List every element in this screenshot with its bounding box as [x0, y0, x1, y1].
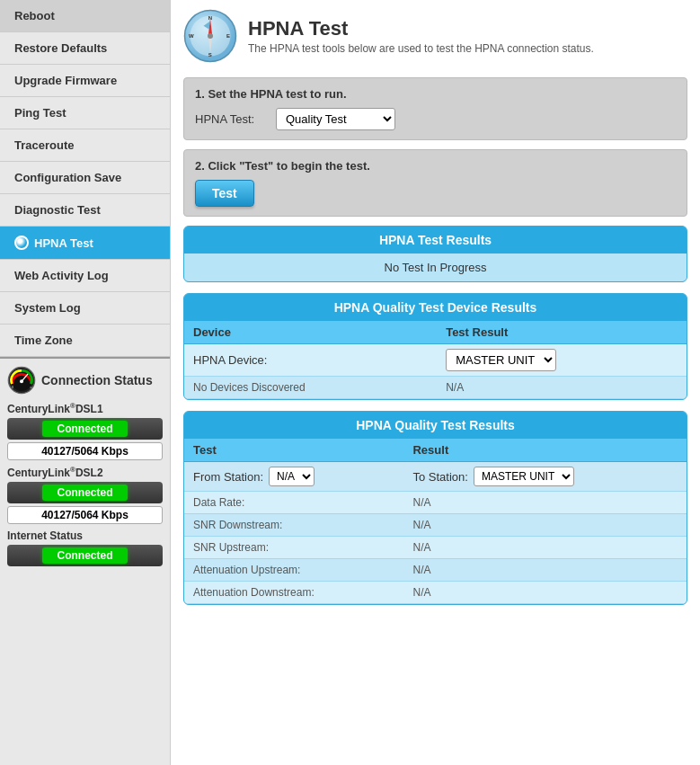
dsl1-status: Connected	[7, 418, 163, 440]
col-device: Device	[184, 321, 437, 344]
speedometer-icon: 0 ∞	[7, 366, 36, 395]
quality-row-label: Attenuation Upstream:	[184, 559, 403, 582]
from-station-select[interactable]: N/A	[269, 467, 315, 486]
active-dot-icon	[14, 236, 29, 250]
quality-row-label: Attenuation Downstream:	[184, 582, 403, 604]
no-devices-row: No Devices Discovered N/A	[184, 377, 687, 399]
to-station-cell: To Station: MASTER UNIT	[403, 462, 687, 492]
sidebar-item-label: Time Zone	[14, 334, 73, 347]
internet-label: Internet Status	[7, 529, 163, 542]
test-results-panel: HPNA Test Results No Test In Progress	[183, 226, 687, 282]
connection-status-title: Connection Status	[41, 373, 153, 388]
no-devices-result: N/A	[437, 377, 687, 399]
sidebar-item-hpna-test[interactable]: HPNA Test	[0, 227, 170, 260]
svg-text:E: E	[226, 33, 230, 39]
quality-result-row: SNR Upstream:N/A	[184, 537, 687, 559]
sidebar-item-configuration-save[interactable]: Configuration Save	[0, 162, 170, 194]
quality-row-value: N/A	[403, 582, 687, 604]
page-description: The HPNA test tools below are used to te…	[248, 42, 594, 55]
device-results-header: HPNA Quality Test Device Results	[184, 294, 687, 321]
sidebar-item-label: Diagnostic Test	[14, 203, 101, 217]
sidebar-item-label: HPNA Test	[34, 236, 93, 250]
svg-point-15	[208, 33, 213, 39]
dsl1-speed: 40127/5064 Kbps	[7, 442, 163, 460]
sidebar-item-ping-test[interactable]: Ping Test	[0, 97, 170, 129]
test-results-header: HPNA Test Results	[184, 227, 687, 254]
sidebar-item-label: Traceroute	[14, 138, 74, 152]
section1-box: 1. Set the HPNA test to run. HPNA Test: …	[183, 77, 687, 140]
from-station-label: From Station:	[193, 470, 263, 484]
device-results-panel: HPNA Quality Test Device Results Device …	[183, 293, 687, 400]
col-result: Result	[403, 439, 687, 462]
svg-text:W: W	[189, 33, 194, 39]
quality-result-row: Data Rate:N/A	[184, 492, 687, 514]
to-station-controls: To Station: MASTER UNIT	[412, 467, 678, 486]
quality-result-row: Attenuation Upstream:N/A	[184, 559, 687, 582]
dsl2-label: CenturyLink®DSL2	[7, 466, 163, 479]
sidebar-item-label: Ping Test	[14, 106, 66, 120]
internet-status: Connected	[7, 545, 163, 566]
section1-heading: 1. Set the HPNA test to run.	[195, 87, 676, 101]
sidebar: RebootRestore DefaultsUpgrade FirmwarePi…	[0, 0, 171, 765]
station-row: From Station: N/A To Station: MASTER UNI…	[184, 462, 687, 492]
main-content: N S E W HPNA Test The HPNA test tools be…	[171, 0, 700, 765]
sidebar-item-restore-defaults[interactable]: Restore Defaults	[0, 32, 170, 65]
device-results-body: Device Test Result HPNA Device: MASTER U…	[184, 321, 687, 399]
dsl2-status: Connected	[7, 482, 163, 503]
dsl2-speed: 40127/5064 Kbps	[7, 506, 163, 524]
quality-row-value: N/A	[403, 514, 687, 537]
sidebar-item-label: Web Activity Log	[14, 269, 109, 282]
dsl1-label: CenturyLink®DSL1	[7, 402, 163, 415]
quality-row-label: SNR Downstream:	[184, 514, 403, 537]
no-test-label: No Test In Progress	[184, 254, 687, 281]
device-select-row: HPNA Device: MASTER UNITDEVICE 2DEVICE 3	[184, 344, 687, 377]
page-title: HPNA Test	[248, 17, 594, 40]
svg-text:S: S	[208, 52, 212, 58]
page-header-text: HPNA Test The HPNA test tools below are …	[248, 17, 594, 55]
quality-row-label: Data Rate:	[184, 492, 403, 514]
quality-row-value: N/A	[403, 559, 687, 582]
hpna-test-label: HPNA Test:	[195, 112, 267, 126]
quality-row-label: SNR Upstream:	[184, 537, 403, 559]
sidebar-item-reboot[interactable]: Reboot	[0, 0, 170, 32]
quality-results-header: HPNA Quality Test Results	[184, 412, 687, 439]
page-header: N S E W HPNA Test The HPNA test tools be…	[183, 9, 687, 63]
col-test-result: Test Result	[437, 321, 687, 344]
quality-results-table: Test Result From Station: N/A	[184, 439, 687, 604]
col-test: Test	[184, 439, 403, 462]
sidebar-item-traceroute[interactable]: Traceroute	[0, 129, 170, 162]
device-table-header-row: Device Test Result	[184, 321, 687, 344]
svg-text:0: 0	[12, 386, 13, 389]
sidebar-item-diagnostic-test[interactable]: Diagnostic Test	[0, 194, 170, 227]
connection-status-panel: 0 ∞ Connection Status CenturyLink®DSL1 C…	[0, 357, 170, 580]
sidebar-item-label: Upgrade Firmware	[14, 74, 117, 87]
to-station-select[interactable]: MASTER UNIT	[474, 467, 574, 486]
sidebar-item-label: Restore Defaults	[14, 41, 107, 55]
from-station-cell: From Station: N/A	[184, 462, 403, 492]
quality-table-header-row: Test Result	[184, 439, 687, 462]
no-devices-label: No Devices Discovered	[184, 377, 437, 399]
hpna-test-form-row: HPNA Test: Quality TestNode Status TestL…	[195, 108, 676, 130]
hpna-device-label: HPNA Device:	[184, 344, 437, 377]
quality-result-row: SNR Downstream:N/A	[184, 514, 687, 537]
device-results-table: Device Test Result HPNA Device: MASTER U…	[184, 321, 687, 399]
section2-box: 2. Click "Test" to begin the test. Test	[183, 149, 687, 217]
sidebar-nav: RebootRestore DefaultsUpgrade FirmwarePi…	[0, 0, 170, 357]
section2-heading: 2. Click "Test" to begin the test.	[195, 159, 676, 173]
sidebar-item-system-log[interactable]: System Log	[0, 292, 170, 325]
test-results-body: No Test In Progress	[184, 254, 687, 281]
sidebar-item-label: Configuration Save	[14, 171, 121, 184]
sidebar-item-web-activity-log[interactable]: Web Activity Log	[0, 260, 170, 292]
hpna-test-select[interactable]: Quality TestNode Status TestLink Test	[276, 108, 395, 130]
compass-icon: N S E W	[183, 9, 237, 63]
master-unit-select[interactable]: MASTER UNITDEVICE 2DEVICE 3	[446, 349, 556, 371]
sidebar-item-upgrade-firmware[interactable]: Upgrade Firmware	[0, 65, 170, 97]
svg-point-3	[20, 379, 23, 383]
quality-result-row: Attenuation Downstream:N/A	[184, 582, 687, 604]
quality-row-value: N/A	[403, 537, 687, 559]
sidebar-item-time-zone[interactable]: Time Zone	[0, 325, 170, 357]
quality-row-value: N/A	[403, 492, 687, 514]
quality-results-body: Test Result From Station: N/A	[184, 439, 687, 604]
test-button[interactable]: Test	[195, 180, 254, 207]
quality-results-panel: HPNA Quality Test Results Test Result Fr…	[183, 411, 687, 605]
